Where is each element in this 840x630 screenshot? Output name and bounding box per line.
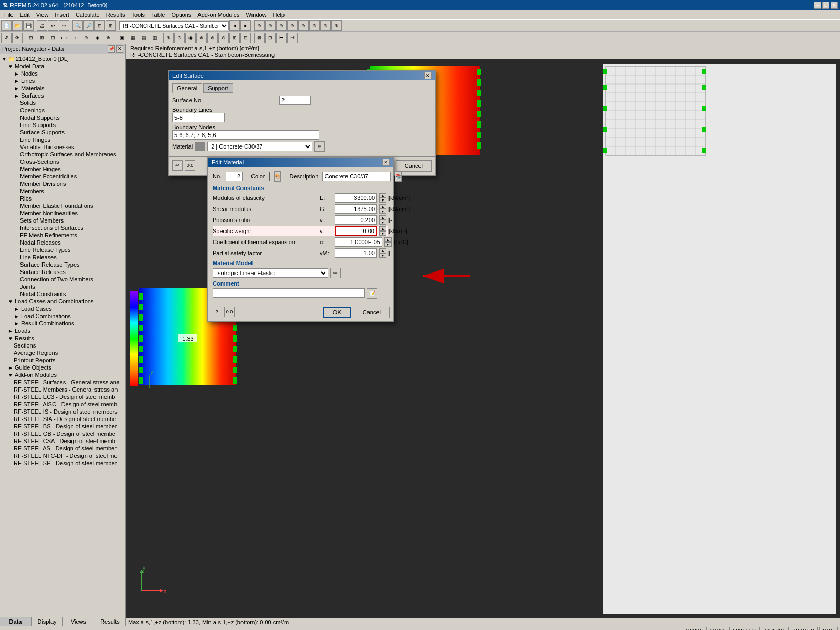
tb-open[interactable]: 📂	[12, 20, 23, 31]
menu-table[interactable]: Table	[148, 11, 168, 19]
snap-btn-osnap[interactable]: OSNAP	[761, 627, 789, 631]
tb-f5[interactable]: ⊜	[207, 33, 218, 43]
boundary-lines-input[interactable]	[172, 113, 225, 122]
modulus-spin-up[interactable]: ▲	[379, 193, 386, 198]
boundary-nodes-input[interactable]	[172, 130, 319, 140]
tree-surface-supports[interactable]: Surface Supports	[1, 129, 124, 136]
menu-addon[interactable]: Add-on Modules	[194, 11, 243, 19]
tree-toggle-addon[interactable]: ▼	[7, 372, 14, 378]
tree-member-nonlinearities[interactable]: Member Nonlinearities	[1, 209, 124, 217]
shear-spin-up[interactable]: ▲	[379, 204, 386, 209]
nav-close[interactable]: ✕	[116, 45, 123, 52]
menu-view[interactable]: View	[33, 11, 52, 19]
tb-d8[interactable]: ⊗	[103, 33, 113, 43]
tree-rfsteel-sp[interactable]: RF-STEEL SP - Design of steel member	[1, 459, 124, 467]
tb-c2[interactable]: ⟳	[12, 33, 23, 43]
tb-c1[interactable]: ↺	[1, 33, 12, 43]
poisson-spin-down[interactable]: ▼	[379, 220, 386, 225]
tree-rfsteel-bs[interactable]: RF-STEEL BS - Design of steel member	[1, 423, 124, 430]
tb-b5[interactable]: ⊕	[298, 20, 309, 31]
tree-toggle-lcc[interactable]: ▼	[7, 299, 14, 304]
tree-members[interactable]: Members	[1, 187, 124, 195]
tree-openings[interactable]: Openings	[1, 107, 124, 114]
menu-file[interactable]: File	[1, 11, 17, 19]
tb-redo[interactable]: ↪	[59, 20, 69, 31]
snap-btn-snap[interactable]: SNAP	[682, 627, 705, 631]
tree-nodes[interactable]: ► Nodes	[1, 70, 124, 77]
material-ok-button[interactable]: OK	[323, 307, 351, 318]
material-select[interactable]: 2 | Concrete C30/37	[207, 142, 312, 151]
surface-tab-general[interactable]: General	[172, 83, 202, 93]
tb-prev[interactable]: ◄	[229, 20, 240, 31]
tree-load-cases[interactable]: ► Load Cases	[1, 305, 124, 312]
material-no-input[interactable]	[226, 172, 243, 181]
tb-g2[interactable]: ⊡	[265, 33, 276, 43]
tree-rfsteel-aisc[interactable]: RF-STEEL AISC - Design of steel memb	[1, 401, 124, 408]
tree-materials[interactable]: ► Materials	[1, 85, 124, 92]
tree-toggle-lc[interactable]: ►	[14, 306, 20, 312]
surface-btn-1[interactable]: ↩	[172, 160, 183, 171]
thermal-input[interactable]	[335, 237, 382, 247]
thermal-spin-down[interactable]: ▼	[384, 242, 392, 247]
safety-spin-up[interactable]: ▲	[379, 248, 386, 253]
tree-orthotropic[interactable]: Orthotropic Surfaces and Membranes	[1, 151, 124, 158]
tb-g4[interactable]: ⊣	[287, 33, 298, 43]
tb-save[interactable]: 💾	[23, 20, 34, 31]
tb-f2[interactable]: ⊙	[174, 33, 185, 43]
tb-f8[interactable]: ⊟	[240, 33, 251, 43]
result-combo[interactable]: RF-CONCRETE Surfaces CA1 - Stahlbei	[119, 21, 229, 30]
tb-d2[interactable]: ⊞	[37, 33, 47, 43]
material-edit-btn[interactable]: ✏	[314, 141, 325, 152]
tb-e4[interactable]: ▥	[150, 33, 160, 43]
tree-ribs[interactable]: Ribs	[1, 195, 124, 202]
nav-tab-display[interactable]: Display	[32, 617, 63, 626]
tree-intersections[interactable]: Intersections of Surfaces	[1, 224, 124, 232]
tree-model-data[interactable]: ▼ Model Data	[1, 62, 124, 70]
tree-toggle-lines[interactable]: ►	[14, 78, 20, 84]
tree-fe-mesh[interactable]: FE Mesh Refinements	[1, 232, 124, 239]
tb-g1[interactable]: ⊠	[254, 33, 265, 43]
surface-btn-2[interactable]: 0.0	[185, 160, 195, 171]
tb-b6[interactable]: ⊕	[309, 20, 320, 31]
tree-avg-regions[interactable]: Average Regions	[1, 349, 124, 356]
tree-nodal-constraints[interactable]: Nodal Constraints	[1, 290, 124, 298]
surface-tab-support[interactable]: Support	[203, 83, 233, 93]
edit-material-dialog[interactable]: Edit Material ✕ No. Color 🎨 Description …	[207, 156, 394, 322]
menu-calculate[interactable]: Calculate	[72, 11, 103, 19]
nav-pin[interactable]: 📌	[108, 45, 115, 52]
material-model-select[interactable]: Isotropic Linear Elastic	[213, 268, 328, 278]
tree-rfsteel-gb[interactable]: RF-STEEL GB - Design of steel membe	[1, 430, 124, 437]
tree-rfsteel-as[interactable]: RF-STEEL AS - Design of steel member	[1, 445, 124, 452]
tree-toggle-surfaces[interactable]: ►	[14, 93, 20, 99]
tb-zoom-out[interactable]: 🔎	[83, 20, 94, 31]
tb-d5[interactable]: ↕	[70, 33, 80, 43]
tree-sets-of-members[interactable]: Sets of Members	[1, 217, 124, 224]
menu-tools[interactable]: Tools	[128, 11, 148, 19]
material-comment-btn[interactable]: 📝	[367, 288, 377, 299]
mat-btn-help[interactable]: ?	[212, 307, 222, 317]
material-color-btn[interactable]: 🎨	[274, 171, 281, 182]
tb-next[interactable]: ►	[240, 20, 251, 31]
tb-g3[interactable]: ⊢	[276, 33, 287, 43]
tree-connection[interactable]: Connection of Two Members	[1, 276, 124, 283]
tree-load-cases-combo[interactable]: ▼ Load Cases and Combinations	[1, 298, 124, 305]
material-lib-btn[interactable]: 📚	[395, 171, 402, 182]
tb-zoom-sel[interactable]: ⊞	[106, 20, 116, 31]
menu-insert[interactable]: Insert	[51, 11, 72, 19]
tree-toggle-lcomb[interactable]: ►	[14, 313, 20, 319]
tree-root[interactable]: ▼ 📁 210412_Beton0 [DL]	[1, 55, 124, 62]
tree-load-combinations[interactable]: ► Load Combinations	[1, 312, 124, 320]
modulus-input[interactable]	[335, 193, 377, 203]
tb-f6[interactable]: ⊝	[218, 33, 229, 43]
tb-zoom-all[interactable]: ⊡	[94, 20, 105, 31]
poisson-input[interactable]	[335, 215, 377, 225]
tb-b7[interactable]: ⊕	[320, 20, 331, 31]
menu-results[interactable]: Results	[103, 11, 129, 19]
tree-line-releases[interactable]: Line Releases	[1, 254, 124, 261]
tree-joints[interactable]: Joints	[1, 283, 124, 290]
tree-toggle-loads[interactable]: ►	[7, 328, 14, 334]
tb-b1[interactable]: ⊕	[254, 20, 265, 31]
specific-weight-spin-up[interactable]: ▲	[379, 226, 386, 231]
material-comment-input[interactable]	[213, 288, 365, 298]
nav-tab-views[interactable]: Views	[63, 617, 94, 626]
